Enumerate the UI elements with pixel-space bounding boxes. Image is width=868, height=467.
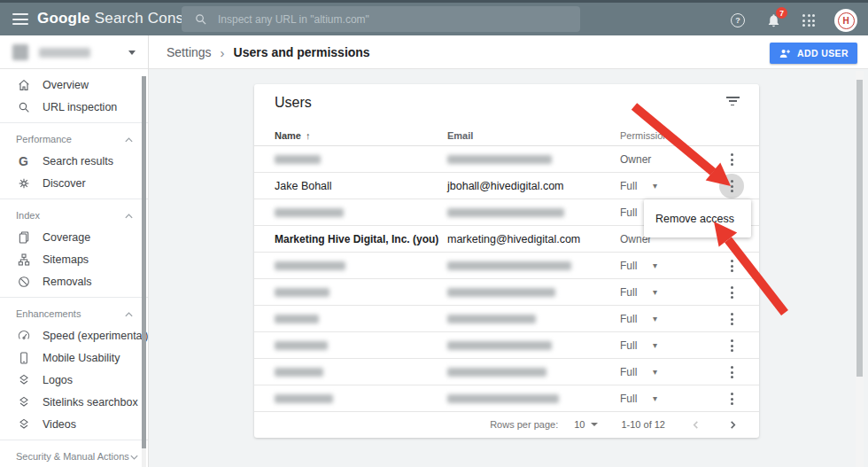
permission-cell: Full	[620, 173, 637, 198]
sidebar-item-url-inspection[interactable]: URL inspection	[0, 96, 148, 118]
sidebar-item-label: Speed (experimental)	[43, 330, 149, 342]
sidebar-item-removals[interactable]: Removals	[0, 270, 148, 292]
sidebar-section-enhancements[interactable]: Enhancements	[0, 302, 148, 324]
table-row: Full▾	[254, 385, 759, 412]
chevron-up-icon	[124, 207, 134, 223]
rows-per-page-select[interactable]: 10	[574, 419, 598, 430]
g-icon: G	[16, 153, 31, 168]
sidebar-divider	[0, 440, 148, 440]
sidebar-item-mobile-usability[interactable]: Mobile Usability	[0, 346, 148, 369]
structured-icon	[16, 394, 31, 409]
sidebar-item-videos[interactable]: Videos	[0, 413, 148, 435]
sidebar-section-performance[interactable]: Performance	[0, 128, 148, 150]
add-user-label: ADD USER	[797, 48, 849, 58]
user-name-cell	[275, 332, 328, 358]
permission-dropdown[interactable]: ▾	[653, 359, 657, 385]
sidebar-item-logos[interactable]: Logos	[0, 369, 148, 391]
add-user-button[interactable]: ADD USER	[770, 43, 857, 64]
main-content: Users Name↑ Email Permission OwnerJake B…	[149, 69, 868, 467]
apps-grid-icon[interactable]	[799, 11, 818, 30]
help-icon[interactable]: ?	[728, 11, 748, 30]
permission-cell: Owner	[620, 146, 651, 172]
table-row: Full▾	[254, 332, 759, 359]
sidebar-item-sitelinks-searchbox[interactable]: Sitelinks searchbox	[0, 391, 148, 413]
breadcrumb-settings[interactable]: Settings	[167, 45, 212, 59]
notification-badge: 7	[776, 7, 787, 19]
notifications-bell-icon[interactable]: 7	[763, 11, 783, 30]
redacted-email	[447, 208, 564, 217]
kebab-menu-icon[interactable]	[719, 360, 744, 385]
user-name-cell	[275, 279, 329, 305]
redacted-name	[275, 208, 344, 217]
remove-access-menu-item[interactable]: Remove access	[644, 213, 734, 225]
sidebar-item-label: Search results	[43, 155, 113, 167]
chevron-down-icon	[591, 423, 598, 426]
chevron-down-icon	[128, 51, 136, 55]
search-input[interactable]: Inspect any URL in "altium.com"	[182, 6, 580, 32]
user-email-cell	[447, 253, 571, 278]
hamburger-menu-icon[interactable]	[12, 13, 28, 25]
sidebar-item-label: Videos	[43, 418, 76, 431]
sitemaps-icon	[16, 252, 31, 267]
search-icon	[16, 99, 31, 114]
permission-dropdown[interactable]: ▾	[653, 253, 657, 278]
redacted-email	[447, 261, 571, 270]
sidebar-item-sitemaps[interactable]: Sitemaps	[0, 248, 148, 270]
permission-dropdown[interactable]: ▾	[653, 306, 657, 331]
sidebar-section-index[interactable]: Index	[0, 204, 148, 226]
sidebar-item-overview[interactable]: Overview	[0, 74, 148, 96]
mobile-icon	[16, 350, 31, 365]
permission-dropdown[interactable]: ▾	[653, 279, 657, 305]
page-scrollbar-thumb[interactable]	[856, 80, 863, 377]
user-email-cell	[447, 146, 552, 172]
pagination-range: 1-10 of 12	[621, 419, 665, 430]
sidebar-item-label: URL inspection	[43, 101, 117, 113]
sidebar-item-label: Sitelinks searchbox	[43, 396, 138, 409]
sidebar-item-speed-experimental[interactable]: Speed (experimental)	[0, 324, 148, 346]
next-page-icon[interactable]	[725, 417, 740, 432]
user-name-cell: Jake Bohall	[275, 173, 332, 198]
search-icon	[194, 12, 207, 26]
sidebar-item-search-results[interactable]: GSearch results	[0, 150, 148, 172]
structured-icon	[16, 372, 31, 387]
kebab-menu-icon[interactable]	[719, 147, 744, 172]
column-header-name[interactable]: Name↑	[275, 126, 310, 145]
permission-value: Owner	[620, 153, 651, 166]
kebab-menu-icon[interactable]	[719, 280, 744, 305]
user-name-cell: Marketing Hive Digital, Inc. (you)	[275, 226, 438, 252]
sidebar-item-coverage[interactable]: Coverage	[0, 226, 148, 248]
redacted-name	[275, 315, 319, 323]
redacted-email	[447, 394, 559, 403]
sidebar-item-label: Removals	[43, 276, 92, 288]
redacted-email	[447, 341, 552, 350]
permission-dropdown[interactable]: ▾	[653, 173, 657, 198]
sidebar: OverviewURL inspectionPerformanceGSearch…	[0, 35, 149, 467]
sidebar-section-security-manual-actions[interactable]: Security & Manual Actions	[0, 445, 148, 467]
filter-icon[interactable]	[724, 93, 741, 109]
property-selector[interactable]	[0, 35, 148, 69]
permission-value: Full	[620, 206, 637, 219]
app-logo[interactable]: GoogleSearch Console	[37, 10, 205, 27]
kebab-menu-icon[interactable]	[719, 253, 744, 278]
redacted-name	[275, 155, 321, 164]
user-email-cell	[447, 199, 564, 225]
permission-cell: Full	[620, 199, 637, 225]
table-row: Jake Bohalljbohall@hivedigital.comFull▾	[254, 173, 759, 199]
kebab-menu-icon[interactable]	[719, 333, 744, 358]
permission-dropdown[interactable]: ▾	[653, 332, 657, 358]
permission-value: Full	[620, 366, 637, 378]
kebab-menu-icon[interactable]	[719, 386, 744, 411]
user-email-cell	[447, 385, 559, 411]
breadcrumb: Settings › Users and permissions	[167, 35, 370, 69]
table-footer: Rows per page: 10 1-10 of 12	[254, 412, 759, 437]
redacted-email	[447, 288, 555, 297]
redacted-email	[447, 368, 546, 377]
sidebar-scrollbar-thumb[interactable]	[142, 76, 146, 448]
kebab-menu-icon[interactable]	[719, 307, 744, 331]
sidebar-item-discover[interactable]: Discover	[0, 172, 148, 194]
permission-dropdown[interactable]: ▾	[653, 385, 657, 411]
sidebar-item-label: Coverage	[43, 231, 90, 244]
avatar[interactable]: H	[834, 9, 857, 32]
permission-cell: Full	[620, 279, 637, 305]
kebab-menu-icon[interactable]	[719, 174, 744, 198]
